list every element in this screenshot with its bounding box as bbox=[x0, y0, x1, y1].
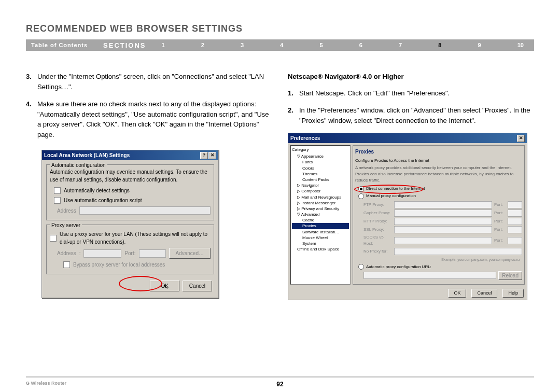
tree-cache[interactable]: Cache bbox=[292, 217, 349, 223]
proxy-input[interactable] bbox=[394, 237, 492, 244]
port-input[interactable] bbox=[508, 237, 522, 244]
radio-icon[interactable] bbox=[358, 264, 364, 270]
section-link-2[interactable]: 2 bbox=[201, 42, 204, 48]
proxy-input[interactable] bbox=[394, 209, 492, 217]
section-link-3[interactable]: 3 bbox=[241, 42, 244, 48]
radio-icon[interactable] bbox=[358, 193, 364, 199]
radio-manual-proxy[interactable]: Manual proxy configuration bbox=[358, 193, 522, 199]
section-link-9[interactable]: 9 bbox=[478, 42, 481, 48]
address-label: Address bbox=[57, 249, 76, 257]
help-button[interactable]: Help bbox=[502, 289, 524, 298]
port-input[interactable] bbox=[508, 201, 522, 208]
close-icon[interactable]: ✕ bbox=[208, 152, 216, 159]
close-icon[interactable]: ✕ bbox=[517, 135, 525, 142]
tree-fonts[interactable]: Fonts bbox=[292, 159, 349, 165]
section-link-5[interactable]: 5 bbox=[319, 42, 323, 48]
proxy-row-http: HTTP Proxy:Port: bbox=[363, 218, 522, 225]
checkbox-label: Use automatic configuration script bbox=[64, 197, 142, 204]
group-title: Automatic configuration bbox=[50, 161, 107, 169]
panel-subtitle: Configure Proxies to Access the Internet bbox=[355, 158, 522, 164]
port-input[interactable] bbox=[508, 226, 522, 233]
cancel-button[interactable]: Cancel bbox=[183, 281, 212, 291]
checkbox-use-proxy[interactable]: Use a proxy server for your LAN (These s… bbox=[50, 230, 211, 246]
reload-button[interactable]: Reload bbox=[498, 271, 522, 280]
proxy-row-gopher: Gopher Proxy:Port: bbox=[363, 209, 522, 217]
tree-navigator[interactable]: ▷ Navigator bbox=[292, 183, 349, 188]
tree-themes[interactable]: Themes bbox=[292, 171, 349, 177]
help-icon[interactable]: ? bbox=[200, 152, 208, 159]
step-1: 1. Start Netscape. Click on "Edit" then … bbox=[288, 88, 534, 99]
dialog-titlebar: Preferences ✕ bbox=[288, 133, 527, 143]
section-link-7[interactable]: 7 bbox=[399, 42, 402, 48]
cancel-button[interactable]: Cancel bbox=[471, 289, 497, 298]
lan-settings-dialog: Local Area Network (LAN) Settings ? ✕ Au… bbox=[41, 150, 219, 298]
checkbox-auto-script[interactable]: Use automatic configuration script bbox=[54, 197, 211, 204]
category-label: Category bbox=[292, 147, 349, 152]
tree-colors[interactable]: Colors bbox=[292, 165, 349, 171]
noproxy-input[interactable] bbox=[394, 248, 522, 255]
radio-direct-connection[interactable]: Direct connection to the Internet bbox=[358, 186, 522, 192]
left-column: 3. Under the "Internet Options" screen, … bbox=[26, 72, 272, 300]
step-number: 4. bbox=[26, 99, 37, 139]
step-text: Start Netscape. Click on "Edit" then "Pr… bbox=[299, 88, 534, 99]
radio-label: Automatic proxy configuration URL: bbox=[366, 264, 431, 270]
tree-mail[interactable]: ▷ Mail and Newsgroups bbox=[292, 194, 349, 200]
tree-offline[interactable]: Offline and Disk Space bbox=[292, 246, 349, 252]
toc-link[interactable]: Table of Contents bbox=[31, 42, 88, 48]
checkbox-icon[interactable] bbox=[50, 235, 57, 242]
proxy-input[interactable] bbox=[394, 201, 492, 208]
proxy-grid: FTP Proxy:Port: Gopher Proxy:Port: HTTP … bbox=[363, 201, 522, 255]
radio-icon[interactable] bbox=[358, 186, 364, 192]
dialog-titlebar: Local Area Network (LAN) Settings ? ✕ bbox=[42, 150, 218, 160]
proxy-input[interactable] bbox=[394, 226, 492, 233]
radio-auto-proxy[interactable]: Automatic proxy configuration URL: bbox=[358, 264, 522, 270]
port-input[interactable] bbox=[508, 209, 522, 217]
checkbox-label: Use a proxy server for your LAN (These s… bbox=[60, 230, 211, 246]
tree-proxies[interactable]: Proxies bbox=[292, 223, 349, 229]
section-link-4[interactable]: 4 bbox=[280, 42, 283, 48]
sections-label: SECTIONS bbox=[103, 41, 146, 49]
section-numbers: 1 2 3 4 5 6 7 8 9 10 bbox=[162, 42, 529, 48]
section-link-1[interactable]: 1 bbox=[162, 42, 165, 48]
tree-im[interactable]: ▷ Instant Messenger bbox=[292, 200, 349, 206]
tree-system[interactable]: System bbox=[292, 241, 349, 246]
step-2: 2. In the "Preferences" window, click on… bbox=[288, 105, 534, 125]
tree-composer[interactable]: ▷ Composer bbox=[292, 188, 349, 194]
checkbox-icon[interactable] bbox=[54, 187, 61, 194]
tree-mouse[interactable]: Mouse Wheel bbox=[292, 235, 349, 241]
category-tree[interactable]: Category ▽ Appearance Fonts Colors Theme… bbox=[290, 145, 351, 285]
step-text: Make sure there are no check marks next … bbox=[37, 99, 272, 139]
proxy-row-noproxy: No Proxy for: bbox=[363, 248, 522, 255]
checkbox-auto-detect[interactable]: Automatically detect settings bbox=[54, 187, 211, 194]
radio-label: Manual proxy configuration bbox=[366, 193, 416, 199]
checkbox-icon[interactable] bbox=[63, 261, 70, 268]
auto-url-input[interactable] bbox=[363, 272, 496, 279]
right-column: Netscape® Navigator® 4.0 or Higher 1. St… bbox=[288, 72, 534, 300]
proxy-address-row: Address: Port: Advanced… bbox=[57, 248, 211, 259]
section-link-6[interactable]: 6 bbox=[359, 42, 362, 48]
tree-advanced[interactable]: ▽ Advanced bbox=[292, 212, 349, 217]
checkbox-icon[interactable] bbox=[54, 197, 61, 204]
ok-button[interactable]: OK bbox=[448, 289, 466, 298]
step-4: 4. Make sure there are no check marks ne… bbox=[26, 99, 272, 139]
page-footer: G Wireless Router 92 bbox=[26, 376, 534, 386]
panel-title: Proxies bbox=[355, 148, 522, 156]
address-label: Address bbox=[57, 207, 76, 215]
advanced-button[interactable]: Advanced… bbox=[169, 248, 211, 259]
address-input[interactable] bbox=[79, 206, 211, 215]
tree-privacy[interactable]: ▷ Privacy and Security bbox=[292, 206, 349, 212]
proxy-server-group: Proxy server Use a proxy server for your… bbox=[46, 225, 214, 274]
checkbox-bypass-local[interactable]: Bypass proxy server for local addresses bbox=[63, 261, 211, 269]
port-input[interactable] bbox=[508, 218, 522, 225]
proxy-row-socks: SOCKS v5 Host:Port: bbox=[363, 234, 522, 247]
tree-content-packs[interactable]: Content Packs bbox=[292, 177, 349, 183]
proxy-port-input[interactable] bbox=[139, 249, 166, 258]
tree-software[interactable]: Software Installati… bbox=[292, 229, 349, 235]
proxy-address-input[interactable] bbox=[83, 249, 121, 258]
section-link-10[interactable]: 10 bbox=[517, 42, 524, 48]
checkbox-label: Automatically detect settings bbox=[64, 187, 130, 194]
proxy-input[interactable] bbox=[394, 218, 492, 225]
tree-appearance[interactable]: ▽ Appearance bbox=[292, 153, 349, 159]
section-link-8[interactable]: 8 bbox=[438, 42, 441, 48]
dialog-title: Preferences bbox=[290, 134, 320, 142]
